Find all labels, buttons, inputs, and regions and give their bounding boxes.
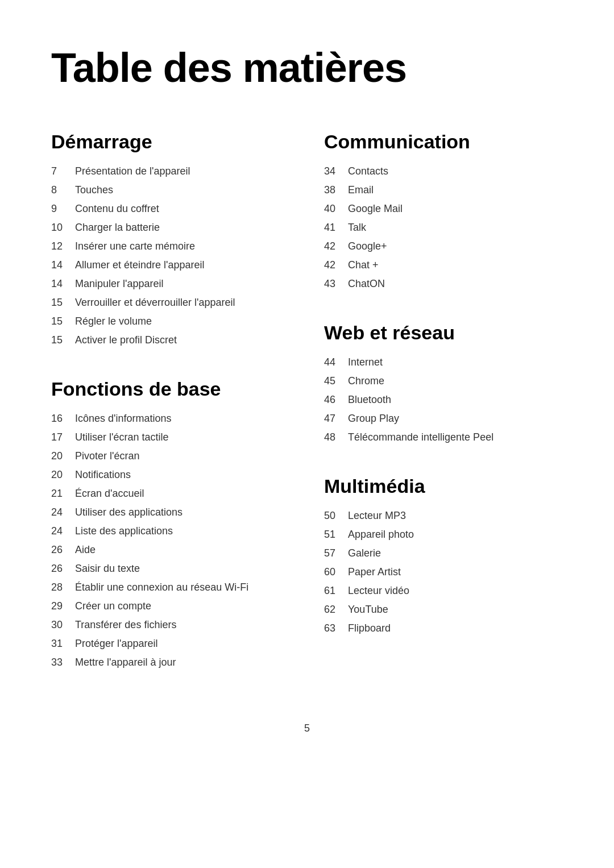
toc-item: 16Icônes d'informations: [51, 411, 290, 426]
toc-item: 7Présentation de l'appareil: [51, 164, 290, 179]
section-fonctions-base: Fonctions de base 16Icônes d'information…: [51, 377, 290, 670]
page-num: 34: [324, 164, 348, 179]
toc-item: 21Écran d'accueil: [51, 486, 290, 501]
page-num: 15: [51, 333, 75, 348]
toc-label: Pivoter l'écran: [75, 448, 139, 464]
toc-label: Contenu du coffret: [75, 201, 159, 217]
page-title: Table des matières: [51, 45, 563, 90]
toc-item: 20Pivoter l'écran: [51, 448, 290, 464]
toc-label: Liste des applications: [75, 524, 173, 539]
page-num: 60: [324, 564, 348, 580]
page-num: 48: [324, 430, 348, 445]
section-multimedia: Multimédia 50Lecteur MP3 51Appareil phot…: [324, 475, 563, 636]
toc-label: Lecteur vidéo: [348, 583, 409, 599]
page-num: 26: [51, 561, 75, 576]
page-num: 24: [51, 505, 75, 520]
toc-item: 57Galerie: [324, 546, 563, 561]
toc-label: Créer un compte: [75, 599, 151, 614]
toc-item: 14Manipuler l'appareil: [51, 276, 290, 292]
toc-list-multimedia: 50Lecteur MP3 51Appareil photo 57Galerie…: [324, 508, 563, 636]
toc-label: Protéger l'appareil: [75, 636, 158, 651]
toc-label: Chat +: [348, 258, 379, 273]
toc-label: Talk: [348, 220, 366, 235]
toc-label: Allumer et éteindre l'appareil: [75, 258, 205, 273]
page-num: 33: [51, 655, 75, 670]
toc-label: Charger la batterie: [75, 220, 160, 235]
toc-layout: Démarrage 7Présentation de l'appareil 8T…: [51, 130, 563, 700]
page-num: 21: [51, 486, 75, 501]
toc-item: 61Lecteur vidéo: [324, 583, 563, 599]
section-title-multimedia: Multimédia: [324, 475, 563, 498]
toc-item: 8Touches: [51, 182, 290, 198]
toc-label: Manipuler l'appareil: [75, 276, 164, 292]
page-num: 42: [324, 239, 348, 254]
toc-item: 45Chrome: [324, 373, 563, 389]
page-num: 31: [51, 636, 75, 651]
toc-item: 30Transférer des fichiers: [51, 617, 290, 633]
toc-label: Google Mail: [348, 201, 403, 217]
page-num: 30: [51, 617, 75, 633]
toc-item: 15Activer le profil Discret: [51, 333, 290, 348]
toc-item: 50Lecteur MP3: [324, 508, 563, 524]
toc-label: Galerie: [348, 546, 381, 561]
page-num: 9: [51, 201, 75, 217]
toc-label: Google+: [348, 239, 387, 254]
toc-label: ChatON: [348, 276, 385, 292]
toc-label: Écran d'accueil: [75, 486, 144, 501]
toc-item: 47Group Play: [324, 411, 563, 426]
page-num: 12: [51, 239, 75, 254]
section-title-communication: Communication: [324, 130, 563, 153]
page-num: 63: [324, 621, 348, 636]
toc-item: 20Notifications: [51, 467, 290, 483]
toc-item: 24Liste des applications: [51, 524, 290, 539]
toc-item: 28Établir une connexion au réseau Wi-Fi: [51, 580, 290, 595]
toc-label: Bluetooth: [348, 392, 391, 408]
toc-item: 24Utiliser des applications: [51, 505, 290, 520]
page-num: 26: [51, 542, 75, 558]
page-num: 42: [324, 258, 348, 273]
toc-item: 14Allumer et éteindre l'appareil: [51, 258, 290, 273]
section-communication: Communication 34Contacts 38Email 40Googl…: [324, 130, 563, 292]
toc-label: YouTube: [348, 602, 388, 617]
toc-list-web-reseau: 44Internet 45Chrome 46Bluetooth 47Group …: [324, 355, 563, 445]
toc-item: 29Créer un compte: [51, 599, 290, 614]
left-column: Démarrage 7Présentation de l'appareil 8T…: [51, 130, 290, 700]
toc-label: Utiliser l'écran tactile: [75, 430, 169, 445]
toc-label: Contacts: [348, 164, 388, 179]
page-num: 29: [51, 599, 75, 614]
toc-item: 44Internet: [324, 355, 563, 370]
toc-item: 9Contenu du coffret: [51, 201, 290, 217]
section-title-demarrage: Démarrage: [51, 130, 290, 153]
toc-label: Utiliser des applications: [75, 505, 182, 520]
toc-item: 51Appareil photo: [324, 527, 563, 542]
toc-item: 42Google+: [324, 239, 563, 254]
toc-label: Télécommande intelligente Peel: [348, 430, 493, 445]
section-title-web-reseau: Web et réseau: [324, 321, 563, 344]
toc-label: Email: [348, 182, 374, 198]
toc-item: 15Régler le volume: [51, 314, 290, 329]
page-num: 57: [324, 546, 348, 561]
page-num: 38: [324, 182, 348, 198]
toc-label: Régler le volume: [75, 314, 152, 329]
toc-item: 62YouTube: [324, 602, 563, 617]
toc-item: 15Verrouiller et déverrouiller l'apparei…: [51, 295, 290, 310]
toc-item: 26Saisir du texte: [51, 561, 290, 576]
toc-label: Paper Artist: [348, 564, 401, 580]
toc-label: Notifications: [75, 467, 131, 483]
toc-item: 26Aide: [51, 542, 290, 558]
page-num: 15: [51, 295, 75, 310]
page-num: 14: [51, 258, 75, 273]
toc-list-communication: 34Contacts 38Email 40Google Mail 41Talk …: [324, 164, 563, 292]
toc-list-demarrage: 7Présentation de l'appareil 8Touches 9Co…: [51, 164, 290, 348]
page-num: 50: [324, 508, 348, 524]
page-num: 17: [51, 430, 75, 445]
page-num: 20: [51, 467, 75, 483]
right-column: Communication 34Contacts 38Email 40Googl…: [324, 130, 563, 700]
toc-item: 17Utiliser l'écran tactile: [51, 430, 290, 445]
toc-item: 40Google Mail: [324, 201, 563, 217]
toc-item: 10Charger la batterie: [51, 220, 290, 235]
page-num: 43: [324, 276, 348, 292]
section-web-reseau: Web et réseau 44Internet 45Chrome 46Blue…: [324, 321, 563, 445]
toc-item: 12Insérer une carte mémoire: [51, 239, 290, 254]
toc-list-fonctions-base: 16Icônes d'informations 17Utiliser l'écr…: [51, 411, 290, 670]
